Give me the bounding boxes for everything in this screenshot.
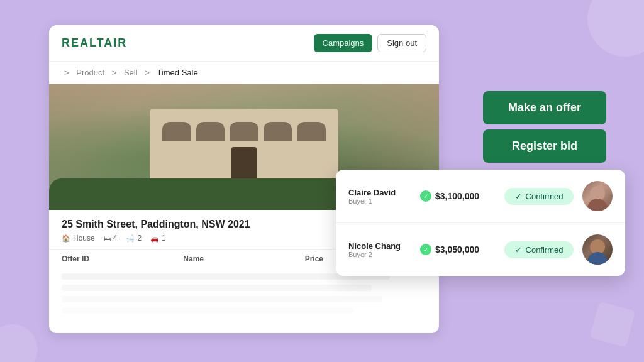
avatar-2 bbox=[582, 234, 613, 265]
buyer-name-1: Claire David bbox=[348, 188, 411, 197]
price-value-1: $3,100,000 bbox=[435, 191, 479, 201]
signout-button[interactable]: Sign out bbox=[377, 34, 426, 52]
confirmed-check-1: ✓ bbox=[515, 192, 522, 201]
confirmed-label-2: Confirmed bbox=[526, 245, 564, 255]
price-area-1: ✓ $3,100,000 bbox=[420, 190, 496, 202]
house-icon: 🏠 bbox=[62, 234, 70, 243]
buyer-role-1: Buyer 1 bbox=[348, 197, 411, 205]
property-type: 🏠 House bbox=[62, 234, 95, 243]
price-value-2: $3,050,000 bbox=[435, 244, 479, 255]
car-icon: 🚗 bbox=[150, 234, 159, 243]
property-parking: 🚗 1 bbox=[150, 234, 166, 243]
logo: REALTAIR bbox=[62, 36, 127, 50]
table-row-placeholder-3 bbox=[62, 296, 382, 302]
price-check-icon-2: ✓ bbox=[420, 244, 431, 255]
property-baths: 🛁 2 bbox=[126, 234, 142, 243]
confirmed-badge-2: ✓ Confirmed bbox=[504, 241, 574, 258]
offer-row-1: Claire David Buyer 1 ✓ $3,100,000 ✓ Conf… bbox=[336, 170, 625, 223]
table-row-placeholder-4 bbox=[62, 307, 353, 314]
register-bid-button[interactable]: Register bid bbox=[483, 129, 606, 163]
table-rows bbox=[49, 273, 439, 314]
breadcrumb-sep1: > bbox=[64, 68, 69, 77]
bed-icon: 🛏 bbox=[104, 234, 111, 242]
buyer-info-1: Claire David Buyer 1 bbox=[348, 188, 411, 205]
nav-right: Campaigns Sign out bbox=[314, 34, 426, 52]
campaigns-button[interactable]: Campaigns bbox=[314, 34, 373, 52]
breadcrumb-sep3: > bbox=[145, 68, 150, 77]
navbar: REALTAIR Campaigns Sign out bbox=[49, 25, 439, 62]
make-offer-button[interactable]: Make an offer bbox=[483, 91, 606, 124]
breadcrumb-sep2: > bbox=[112, 68, 117, 77]
buyer-role-2: Buyer 2 bbox=[348, 251, 411, 258]
price-check-icon-1: ✓ bbox=[420, 190, 431, 202]
buyer-info-2: Nicole Chang Buyer 2 bbox=[348, 241, 411, 258]
offer-row-2: Nicole Chang Buyer 2 ✓ $3,050,000 ✓ Conf… bbox=[336, 223, 625, 276]
breadcrumb: > Product > Sell > Timed Sale bbox=[49, 62, 439, 84]
confirmed-badge-1: ✓ Confirmed bbox=[504, 188, 574, 205]
property-type-label: House bbox=[73, 234, 95, 243]
parking-count: 1 bbox=[162, 234, 166, 243]
bath-icon: 🛁 bbox=[126, 234, 135, 243]
col-offer-id: Offer ID bbox=[62, 255, 183, 263]
avatar-body-1 bbox=[587, 199, 608, 211]
beds-count: 4 bbox=[113, 234, 118, 243]
breadcrumb-product[interactable]: Product bbox=[76, 68, 104, 77]
buyer-name-2: Nicole Chang bbox=[348, 241, 411, 251]
baths-count: 2 bbox=[137, 234, 142, 243]
confirmed-label-1: Confirmed bbox=[526, 192, 564, 201]
offers-card: Claire David Buyer 1 ✓ $3,100,000 ✓ Conf… bbox=[336, 170, 625, 276]
avatar-1 bbox=[582, 181, 613, 211]
breadcrumb-timed-sale: Timed Sale bbox=[157, 68, 197, 77]
confirmed-check-2: ✓ bbox=[515, 245, 522, 255]
property-beds: 🛏 4 bbox=[104, 234, 118, 243]
action-buttons: Make an offer Register bid bbox=[483, 91, 606, 163]
col-name: Name bbox=[183, 255, 304, 263]
table-row-placeholder-2 bbox=[62, 285, 372, 291]
avatar-body-2 bbox=[587, 252, 608, 265]
price-area-2: ✓ $3,050,000 bbox=[420, 244, 496, 255]
breadcrumb-sell[interactable]: Sell bbox=[124, 68, 138, 77]
